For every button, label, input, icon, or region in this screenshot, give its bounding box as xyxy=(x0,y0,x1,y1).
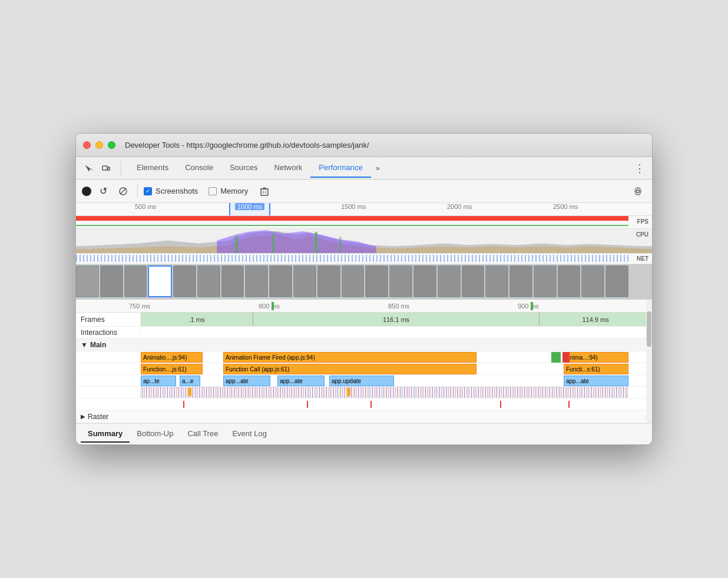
timeline-overview-section: 500 ms 1000 ms 1500 ms 2000 ms 2500 ms F… xyxy=(76,203,652,300)
scrollbar-thumb[interactable] xyxy=(647,311,651,347)
flame-app-2[interactable]: a...e xyxy=(180,376,200,386)
tab-call-tree[interactable]: Call Tree xyxy=(180,426,225,443)
screenshot-21[interactable] xyxy=(558,265,581,297)
settings-area xyxy=(630,183,646,200)
fps-label: FPS xyxy=(637,218,648,225)
raster-expand[interactable]: ▶ xyxy=(81,413,85,420)
flame-app-4[interactable]: app...ate xyxy=(277,376,325,386)
time-marker-2500: 2500 ms xyxy=(553,203,578,210)
screenshot-20[interactable] xyxy=(534,265,557,297)
screenshot-19[interactable] xyxy=(509,265,532,297)
screenshot-14[interactable] xyxy=(389,265,412,297)
tab-bottom-up[interactable]: Bottom-Up xyxy=(130,426,180,443)
svg-rect-14 xyxy=(272,234,274,253)
net-dots xyxy=(76,255,628,262)
flame-app-5[interactable]: app.update xyxy=(329,376,394,386)
flame-markers-row xyxy=(76,398,652,410)
flame-row-2: Function....js:61) Function Call (app.js… xyxy=(76,363,652,375)
screenshot-4[interactable] xyxy=(148,265,172,297)
screenshot-18[interactable] xyxy=(485,265,508,297)
tab-summary[interactable]: Summary xyxy=(81,426,130,443)
svg-line-3 xyxy=(120,188,126,194)
screenshots-checkbox[interactable]: ✓ xyxy=(144,187,152,195)
tool-buttons xyxy=(81,161,121,176)
main-section-header: ▼ Main xyxy=(76,338,652,351)
flame-func-2[interactable]: Function Call (app.js:61) xyxy=(223,364,476,374)
tab-performance[interactable]: Performance xyxy=(310,158,370,178)
frames-content: .1 ms 116.1 ms 114.9 ms xyxy=(141,313,652,326)
screenshot-15[interactable] xyxy=(413,265,436,297)
performance-toolbar: ↺ ✓ Screenshots Memory xyxy=(76,180,652,203)
screenshot-9[interactable] xyxy=(269,265,292,297)
tab-console[interactable]: Console xyxy=(177,158,221,178)
svg-point-9 xyxy=(637,190,640,192)
pattern-bar xyxy=(141,387,628,398)
memory-toggle[interactable]: Memory xyxy=(209,187,248,195)
screenshot-11[interactable] xyxy=(317,265,340,297)
flame-app-6[interactable]: app...ate xyxy=(564,376,628,386)
flame-anim-3[interactable]: Anima...:94) xyxy=(564,352,628,363)
tab-elements[interactable]: Elements xyxy=(128,158,177,178)
screenshots-toggle[interactable]: ✓ Screenshots xyxy=(144,187,198,195)
clear-button[interactable] xyxy=(115,183,131,200)
red-marker-5 xyxy=(568,401,570,408)
screenshot-6[interactable] xyxy=(197,265,220,297)
flame-func-1[interactable]: Function....js:61) xyxy=(141,364,203,374)
svg-rect-16 xyxy=(339,237,341,253)
menu-icon[interactable]: ⋮ xyxy=(632,161,647,176)
bottom-tabs-bar: Summary Bottom-Up Call Tree Event Log xyxy=(76,423,652,444)
tab-more[interactable]: » xyxy=(371,159,385,177)
settings-button[interactable] xyxy=(630,183,646,200)
traffic-lights xyxy=(83,141,115,149)
selection-region[interactable] xyxy=(229,203,270,215)
flame-anim-1[interactable]: Animatio....js:94) xyxy=(141,352,203,363)
spike-2 xyxy=(347,388,350,396)
screenshot-5[interactable] xyxy=(173,265,196,297)
vertical-scrollbar[interactable] xyxy=(646,300,652,423)
flame-app-3[interactable]: app...ate xyxy=(223,376,270,386)
main-triangle[interactable]: ▼ xyxy=(81,341,88,349)
flame-anim-2[interactable]: Animation Frame Fired (app.js:94) xyxy=(223,352,476,363)
screenshot-13[interactable] xyxy=(365,265,388,297)
close-button[interactable] xyxy=(83,141,91,149)
screenshot-8[interactable] xyxy=(245,265,268,297)
tab-sources[interactable]: Sources xyxy=(221,158,266,178)
frame-block-1[interactable]: .1 ms xyxy=(141,313,253,326)
reload-record-button[interactable]: ↺ xyxy=(95,183,111,200)
screenshot-10[interactable] xyxy=(293,265,316,297)
trash-button[interactable] xyxy=(256,183,273,200)
tab-event-log[interactable]: Event Log xyxy=(225,426,274,443)
time-marker-500: 500 ms xyxy=(135,203,156,210)
screenshot-1[interactable] xyxy=(76,265,99,297)
screenshot-12[interactable] xyxy=(342,265,365,297)
flame-app-1[interactable]: ap...te xyxy=(141,376,176,386)
frame-block-3[interactable]: 114.9 ms xyxy=(540,313,652,326)
screenshot-3[interactable] xyxy=(124,265,147,297)
toolbar-separator xyxy=(137,184,138,198)
frame-block-2[interactable]: 116.1 ms xyxy=(253,313,540,326)
screenshots-track xyxy=(76,264,652,300)
memory-label: Memory xyxy=(220,187,248,195)
record-button[interactable] xyxy=(82,187,91,196)
minimize-button[interactable] xyxy=(95,141,103,149)
red-marker-2 xyxy=(307,401,308,408)
maximize-button[interactable] xyxy=(108,141,115,149)
flame-func-3[interactable]: Functi...s:61) xyxy=(564,364,628,374)
screenshots-label: Screenshots xyxy=(155,187,198,195)
svg-rect-4 xyxy=(261,189,268,195)
red-marker-1 xyxy=(183,401,184,408)
screenshot-22[interactable] xyxy=(581,265,604,297)
device-toolbar[interactable] xyxy=(98,161,114,176)
interactions-row: Interactions xyxy=(76,327,652,338)
screenshot-2[interactable] xyxy=(100,265,123,297)
screenshot-23[interactable] xyxy=(605,265,628,297)
net-label: NET xyxy=(637,255,648,262)
svg-rect-1 xyxy=(108,167,110,170)
screenshot-7[interactable] xyxy=(221,265,244,297)
tab-network[interactable]: Network xyxy=(266,158,311,178)
cursor-tool[interactable] xyxy=(81,161,96,176)
screenshot-16[interactable] xyxy=(438,265,461,297)
memory-checkbox[interactable] xyxy=(209,187,217,195)
detail-marker-800: 800 ms xyxy=(259,303,280,310)
screenshot-17[interactable] xyxy=(462,265,485,297)
